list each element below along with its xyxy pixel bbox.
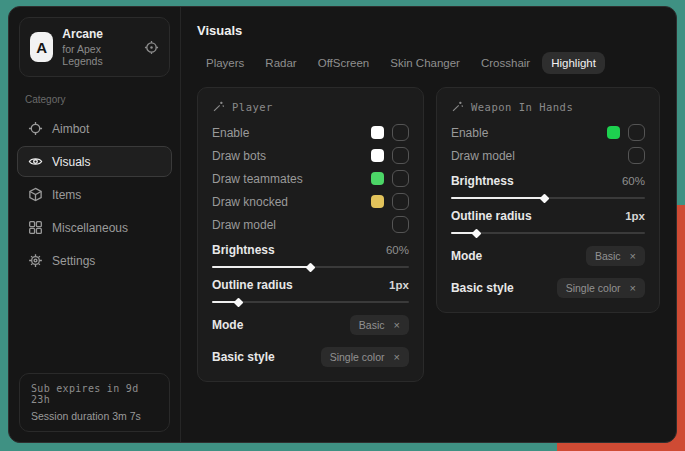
color-swatch[interactable] xyxy=(371,126,384,139)
checkbox[interactable] xyxy=(392,124,409,141)
sidebar-item-label: Items xyxy=(52,188,81,202)
remove-tag-icon[interactable]: × xyxy=(630,283,636,294)
slider-thumb[interactable] xyxy=(233,297,243,307)
app-title: Arcane xyxy=(62,27,126,41)
sidebar-item-miscellaneous[interactable]: Miscellaneous xyxy=(17,212,172,243)
sidebar-item-label: Miscellaneous xyxy=(52,221,128,235)
setting-row-draw-teammates: Draw teammates xyxy=(212,170,409,187)
setting-label: Mode xyxy=(212,318,243,332)
tag-value: Basic xyxy=(595,250,621,262)
slider-label: Brightness xyxy=(212,243,275,257)
mode-tag[interactable]: Basic × xyxy=(350,315,409,335)
sidebar-item-visuals[interactable]: Visuals xyxy=(17,146,172,177)
player-panel-title: Player xyxy=(212,100,409,113)
tab-players[interactable]: Players xyxy=(197,52,253,74)
weapon-in-hands-panel: Weapon In Hands Enable Draw model xyxy=(436,87,660,313)
slider-label: Brightness xyxy=(451,174,514,188)
slider-label: Outline radius xyxy=(212,278,293,292)
sidebar-item-label: Aimbot xyxy=(52,122,89,136)
setting-row-basic-style: Basic style Single color × xyxy=(212,347,409,367)
color-swatch[interactable] xyxy=(607,126,620,139)
setting-row-draw-model: Draw model xyxy=(212,216,409,233)
tab-radar[interactable]: Radar xyxy=(256,52,305,74)
setting-label: Draw knocked xyxy=(212,195,288,209)
slider-brightness: Brightness 60% xyxy=(212,243,409,268)
setting-label: Draw model xyxy=(212,218,276,232)
slider-thumb[interactable] xyxy=(472,228,482,238)
tag-value: Single color xyxy=(566,282,621,294)
setting-label: Enable xyxy=(212,126,249,140)
page-title: Visuals xyxy=(197,23,660,38)
sub-expires-text: Sub expires in 9d 23h xyxy=(31,383,158,405)
grid-icon xyxy=(28,220,43,235)
tab-bar: Players Radar OffScreen Skin Changer Cro… xyxy=(197,52,660,74)
app-subtitle: for Apex Legends xyxy=(62,43,126,67)
basic-style-tag[interactable]: Single color × xyxy=(557,278,645,298)
checkbox[interactable] xyxy=(628,147,645,164)
remove-tag-icon[interactable]: × xyxy=(394,352,400,363)
slider-value: 60% xyxy=(622,175,645,187)
panel-title-text: Weapon In Hands xyxy=(471,101,573,113)
slider-value: 1px xyxy=(625,210,645,222)
sidebar-item-items[interactable]: Items xyxy=(17,179,172,210)
sidebar-item-label: Visuals xyxy=(52,155,90,169)
cube-icon xyxy=(28,187,43,202)
mode-tag[interactable]: Basic × xyxy=(586,246,645,266)
session-duration-text: Session duration 3m 7s xyxy=(31,410,158,422)
tab-crosshair[interactable]: Crosshair xyxy=(472,52,539,74)
sidebar-item-label: Settings xyxy=(52,254,95,268)
slider-thumb[interactable] xyxy=(306,262,316,272)
slider-outline-radius: Outline radius 1px xyxy=(451,209,645,234)
setting-row-mode: Mode Basic × xyxy=(212,315,409,335)
slider-value: 60% xyxy=(386,244,409,256)
weapon-panel-title: Weapon In Hands xyxy=(451,100,645,113)
app-logo: A xyxy=(30,32,53,62)
setting-label: Draw bots xyxy=(212,149,266,163)
slider-track[interactable] xyxy=(212,266,409,268)
setting-row-enable: Enable xyxy=(212,124,409,141)
setting-label: Basic style xyxy=(212,350,275,364)
session-info-card: Sub expires in 9d 23h Session duration 3… xyxy=(19,373,170,432)
setting-row-basic-style: Basic style Single color × xyxy=(451,278,645,298)
color-swatch[interactable] xyxy=(371,149,384,162)
checkbox[interactable] xyxy=(392,147,409,164)
checkbox[interactable] xyxy=(392,216,409,233)
setting-row-mode: Mode Basic × xyxy=(451,246,645,266)
slider-thumb[interactable] xyxy=(540,193,550,203)
tab-offscreen[interactable]: OffScreen xyxy=(309,52,379,74)
sidebar: A Arcane for Apex Legends Category xyxy=(9,7,181,442)
setting-row-draw-knocked: Draw knocked xyxy=(212,193,409,210)
color-swatch[interactable] xyxy=(371,172,384,185)
checkbox[interactable] xyxy=(628,124,645,141)
tag-value: Single color xyxy=(330,351,385,363)
slider-label: Outline radius xyxy=(451,209,532,223)
setting-row-enable: Enable xyxy=(451,124,645,141)
wand-icon xyxy=(451,100,464,113)
color-swatch[interactable] xyxy=(371,195,384,208)
slider-track[interactable] xyxy=(212,301,409,303)
tag-value: Basic xyxy=(359,319,385,331)
target-icon[interactable] xyxy=(144,40,159,55)
panel-title-text: Player xyxy=(232,101,273,113)
checkbox[interactable] xyxy=(392,193,409,210)
setting-row-draw-bots: Draw bots xyxy=(212,147,409,164)
panels-container: Player Enable Draw bots xyxy=(197,87,660,382)
crosshair-icon xyxy=(28,121,43,136)
tab-highlight[interactable]: Highlight xyxy=(542,52,605,74)
gear-icon xyxy=(28,253,43,268)
sidebar-item-aimbot[interactable]: Aimbot xyxy=(17,113,172,144)
slider-outline-radius: Outline radius 1px xyxy=(212,278,409,303)
tab-skin-changer[interactable]: Skin Changer xyxy=(381,52,469,74)
category-section-label: Category xyxy=(25,94,164,105)
slider-value: 1px xyxy=(389,279,409,291)
remove-tag-icon[interactable]: × xyxy=(394,320,400,331)
remove-tag-icon[interactable]: × xyxy=(630,251,636,262)
basic-style-tag[interactable]: Single color × xyxy=(321,347,409,367)
checkbox[interactable] xyxy=(392,170,409,187)
setting-label: Mode xyxy=(451,249,482,263)
eye-icon xyxy=(28,154,43,169)
setting-label: Enable xyxy=(451,126,488,140)
sidebar-item-settings[interactable]: Settings xyxy=(17,245,172,276)
slider-track[interactable] xyxy=(451,232,645,234)
slider-track[interactable] xyxy=(451,197,645,199)
